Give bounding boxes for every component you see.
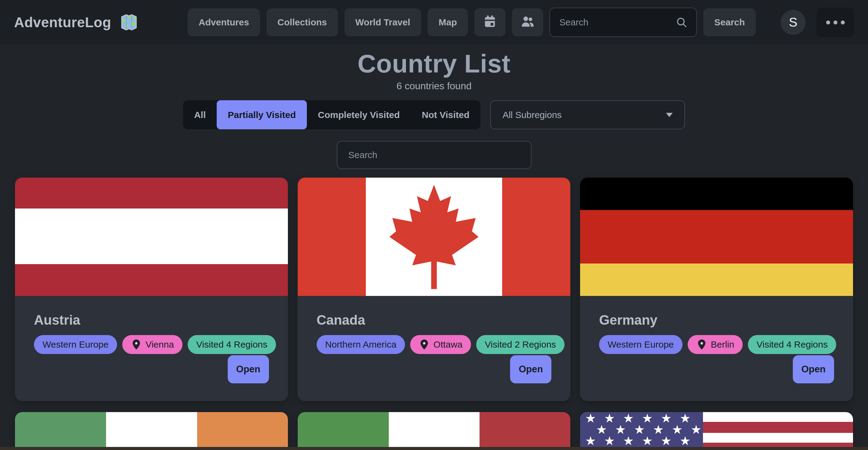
navbar-search-button[interactable]: Search (703, 8, 756, 36)
brand[interactable]: AdventureLog (14, 12, 139, 32)
canada-flag (298, 178, 570, 296)
country-name: Canada (317, 312, 552, 328)
tab-partially-visited[interactable]: Partially Visited (217, 100, 307, 129)
region-badge: Western Europe (599, 335, 682, 354)
country-card-austria: Austria Western Europe Vienna Visited 4 … (15, 178, 288, 401)
tab-not-visited[interactable]: Not Visited (411, 100, 480, 129)
users-button[interactable] (512, 8, 543, 36)
filter-row: All Partially Visited Completely Visited… (0, 100, 868, 129)
page-title: Country List (0, 51, 868, 77)
subregion-select[interactable]: All Subregions (490, 100, 685, 129)
country-card-italy (298, 412, 570, 450)
visited-regions-badge: Visited 2 Regions (476, 335, 564, 354)
capital-badge: Ottawa (410, 335, 471, 354)
search-icon (676, 16, 688, 28)
avatar-initial: S (789, 15, 797, 30)
country-card-germany: Germany Western Europe Berlin Visited 4 … (580, 178, 853, 401)
capital-badge: Berlin (688, 335, 743, 354)
open-button[interactable]: Open (228, 355, 269, 383)
tab-completely-visited[interactable]: Completely Visited (307, 100, 411, 129)
subregion-selected-value: All Subregions (502, 110, 561, 120)
navbar: AdventureLog Adventures Collections Worl… (0, 0, 868, 44)
germany-flag (580, 178, 853, 296)
visited-filter-tabs: All Partially Visited Completely Visited… (183, 100, 480, 129)
italy-flag (298, 412, 570, 450)
ireland-flag (15, 412, 288, 450)
map-pin-icon (131, 339, 142, 350)
nav-world-travel-button[interactable]: World Travel (344, 8, 422, 36)
open-button[interactable]: Open (793, 355, 834, 383)
ellipsis-icon (826, 21, 830, 25)
region-badge: Western Europe (34, 335, 117, 354)
country-grid: Austria Western Europe Vienna Visited 4 … (15, 178, 853, 450)
map-pin-icon (419, 339, 430, 350)
chevron-down-icon (666, 113, 673, 117)
visited-regions-badge: Visited 4 Regions (188, 335, 276, 354)
tab-all[interactable]: All (183, 100, 217, 129)
region-badge: Northern America (317, 335, 405, 354)
calendar-button[interactable] (474, 8, 505, 36)
results-count: 6 countries found (0, 81, 868, 92)
overflow-menu-button[interactable] (817, 8, 854, 37)
users-icon (521, 14, 534, 31)
country-search-input[interactable] (348, 149, 521, 160)
viewport-bottom-strip (0, 447, 868, 450)
map-pin-icon (696, 339, 707, 350)
brand-name: AdventureLog (14, 14, 111, 31)
navbar-search (550, 8, 697, 37)
austria-flag (15, 178, 288, 296)
avatar[interactable]: S (781, 10, 806, 35)
country-card-ireland (15, 412, 288, 450)
calendar-icon (483, 14, 497, 31)
country-search (337, 141, 531, 169)
nav-adventures-button[interactable]: Adventures (188, 8, 260, 36)
nav-map-button[interactable]: Map (428, 8, 468, 36)
open-button[interactable]: Open (510, 355, 551, 383)
country-search-wrap (0, 141, 868, 169)
nav-collections-button[interactable]: Collections (267, 8, 338, 36)
country-name: Austria (34, 312, 269, 328)
world-map-icon (119, 12, 139, 32)
country-card-usa (580, 412, 853, 450)
main-nav: Adventures Collections World Travel Map (188, 8, 756, 37)
country-card-canada: Canada Northern America Ottawa Visited 2… (298, 178, 570, 401)
usa-flag (580, 412, 853, 450)
maple-leaf-icon (382, 180, 486, 294)
visited-regions-badge: Visited 4 Regions (748, 335, 836, 354)
navbar-search-input[interactable] (559, 17, 676, 28)
usa-flag-canton (580, 412, 703, 450)
country-name: Germany (599, 312, 834, 328)
capital-badge: Vienna (122, 335, 183, 354)
